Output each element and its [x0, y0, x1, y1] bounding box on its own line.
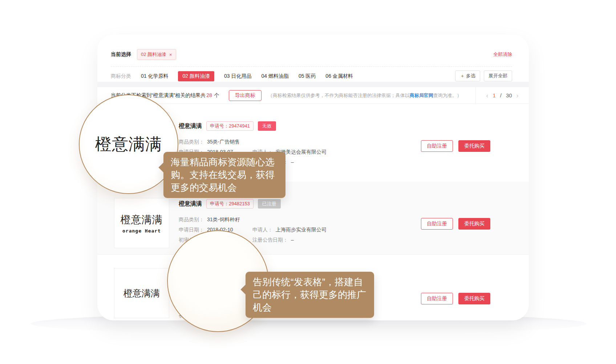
disclaimer-note: （商标检索结果仅供参考，不作为商标能否注册的法律依据；具体以商标局官网查询为准。… [268, 92, 462, 99]
category-item-06[interactable]: 06 金属材料 [325, 73, 353, 80]
result-row-2: 橙意满满 orange Heart 橙意满满 申请号：29482153 已注册 … [97, 182, 529, 255]
current-page: 1 [493, 92, 495, 98]
disclaimer-text: （商标检索结果仅供参考，不作为商标能否注册的法律依据；具体以 [268, 93, 410, 98]
clear-all-button[interactable]: 全部清除 [493, 51, 512, 58]
detail-line: 商品类别：35类-广告销售 [179, 139, 420, 145]
tooltip-text: 告别传统“发表格”，搭建自己的标行，获得更多的推广机会 [253, 276, 366, 313]
current-selection-row: 当前选择 02 颜料油漆 × [111, 49, 176, 60]
entrust-buy-button[interactable]: 委托购买 [458, 140, 490, 152]
registration-publication-value: – [291, 237, 294, 243]
category-actions: ＋ 多选 展开全部 [455, 70, 512, 81]
registration-publication-value: – [291, 159, 294, 165]
expand-all-button[interactable]: 展开全部 [484, 70, 512, 81]
result-title-row: 橙意满满 申请号：29474941 无效 [179, 121, 276, 131]
trademark-office-link[interactable]: 商标局官网 [410, 93, 433, 98]
apply-date-label: 申请日期： [179, 227, 204, 232]
category-label: 商品类别： [179, 139, 204, 145]
category-item-05[interactable]: 05 医药 [299, 73, 316, 80]
entrust-buy-button[interactable]: 委托购买 [458, 293, 490, 304]
trademark-mark-text: 橙意满满 [121, 213, 163, 227]
current-selection-label: 当前选择 [111, 51, 131, 58]
category-item-04[interactable]: 04 燃料油脂 [261, 73, 288, 80]
application-number-label: 申请号： [210, 201, 229, 206]
self-register-button[interactable]: 自助注册 [421, 140, 453, 152]
remove-filter-icon[interactable]: × [169, 52, 172, 57]
status-badge-registered: 已注册 [258, 199, 281, 209]
trademark-name[interactable]: 橙意满满 [179, 200, 202, 208]
category-label: 商品类别： [179, 217, 204, 222]
application-number-chip: 申请号：29482153 [206, 199, 254, 209]
tooltip-promotion: 告别传统“发表格”，搭建自己的标行，获得更多的推广机会 [246, 272, 374, 318]
self-register-button[interactable]: 自助注册 [421, 293, 453, 304]
self-register-button[interactable]: 自助注册 [421, 218, 453, 230]
row-actions: 自助注册 委托购买 [421, 218, 490, 230]
total-pages: 30 [506, 92, 512, 98]
application-number-value: 29474941 [229, 123, 250, 129]
multi-select-button[interactable]: ＋ 多选 [455, 70, 480, 81]
application-number-value: 29482153 [229, 201, 250, 206]
next-page-icon[interactable]: › [516, 92, 519, 99]
category-item-02-selected[interactable]: 02 颜料油漆 [178, 71, 214, 81]
trademark-mark-subtext: orange Heart [122, 228, 161, 234]
category-item-03[interactable]: 03 日化用品 [224, 73, 251, 80]
section-gap [97, 82, 529, 87]
category-item-01[interactable]: 01 化学原料 [141, 73, 168, 80]
disclaimer-text-end: 查询为准。） [433, 93, 462, 98]
results-count-unit: 个 [213, 92, 219, 98]
category-value: 35类-广告销售 [207, 139, 240, 145]
tooltip-text: 海量精品商标资源随心选购。支持在线交易，获得更多的交易机会 [171, 157, 275, 193]
selected-filter-label: 02 颜料油漆 [141, 51, 166, 58]
trademark-image-2[interactable]: 橙意满满 orange Heart [114, 198, 169, 248]
entrust-buy-button[interactable]: 委托购买 [458, 218, 490, 230]
trademark-mark-text: 橙意满满 [123, 287, 160, 299]
category-filter-row: 商标分类 01 化学原料 02 颜料油漆 03 日化用品 04 燃料油脂 05 … [111, 71, 353, 82]
results-header: 当前分类下检索到“橙意满满”相关的结果共28 个 导出商标 （商标检索结果仅供参… [97, 87, 529, 104]
results-count: 28 [206, 92, 212, 98]
dashed-divider [111, 66, 512, 67]
row-actions: 自助注册 委托购买 [421, 140, 490, 152]
category-value: 31类-饲料种籽 [207, 217, 240, 222]
trademark-name[interactable]: 橙意满满 [179, 122, 202, 130]
selected-filter-chip[interactable]: 02 颜料油漆 × [137, 49, 176, 60]
page-separator: / [500, 92, 502, 98]
application-number-label: 申请号： [210, 123, 229, 129]
export-trademark-button[interactable]: 导出商标 [229, 90, 262, 101]
registration-publication-label: 注册公告日期： [252, 237, 288, 243]
status-badge-invalid: 无效 [258, 121, 276, 131]
applicant-label: 申请人： [252, 227, 273, 232]
trademark-image-3[interactable]: 橙意满满 [114, 268, 169, 318]
category-filter-label: 商标分类 [111, 73, 131, 80]
tooltip-marketplace: 海量精品商标资源随心选购。支持在线交易，获得更多的交易机会 [163, 152, 285, 198]
applicant-value: 上海雨步实业有限公司 [276, 227, 327, 232]
pagination: ‹ 1 / 30 › [475, 87, 529, 104]
result-title-row: 橙意满满 申请号：29482153 已注册 [179, 199, 281, 209]
prev-page-icon[interactable]: ‹ [486, 92, 488, 99]
detail-line: 商品类别：31类-饲料种籽 [179, 217, 420, 223]
row-actions: 自助注册 委托购买 [421, 293, 490, 304]
application-number-chip: 申请号：29474941 [206, 121, 254, 131]
magnified-trademark-text: 橙意满满 [95, 133, 162, 155]
